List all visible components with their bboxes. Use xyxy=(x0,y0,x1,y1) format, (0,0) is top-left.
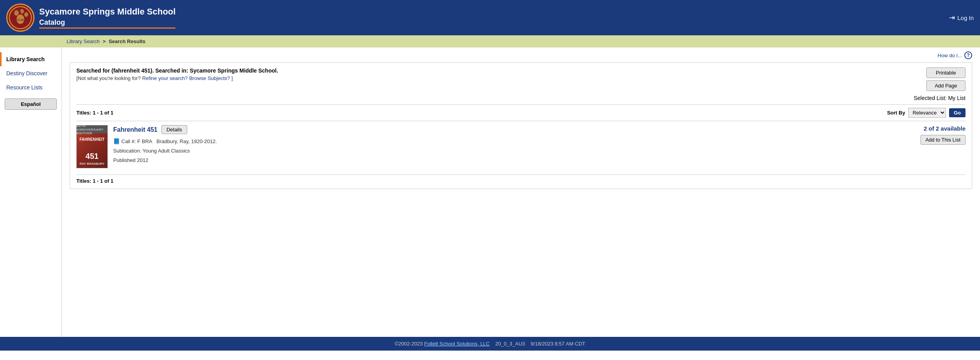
available-text: 2 of 2 available xyxy=(924,125,966,132)
breadcrumb-separator: > xyxy=(103,38,106,44)
book-result: 60TH ANNIVERSARY EDITION FAHRENHEIT 451 … xyxy=(76,121,966,172)
login-label: Log In xyxy=(957,15,974,21)
not-what-row: [Not what you're looking for? Refine you… xyxy=(76,75,914,81)
footer-copyright: ©2002-2023 xyxy=(395,341,423,347)
footer-version: 20_0_3_AU3 xyxy=(495,341,525,347)
book-cover: 60TH ANNIVERSARY EDITION FAHRENHEIT 451 … xyxy=(76,125,108,168)
refine-search-link[interactable]: Refine your search? xyxy=(142,75,188,81)
svg-text:CL&I: CL&I xyxy=(17,18,24,22)
sidebar-item-destiny-discover[interactable]: Destiny Discover xyxy=(0,66,61,80)
svg-point-3 xyxy=(24,12,28,17)
header-left: S CL&I Sycamore Springs Middle School Ca… xyxy=(6,4,175,32)
school-name: Sycamore Springs Middle School xyxy=(39,7,175,17)
book-sublocation: Sublocation: Young Adult Classics xyxy=(113,146,897,155)
results-box: Searched for (fahrenheit 451). Searched … xyxy=(70,62,972,189)
school-logo: S CL&I xyxy=(6,4,34,32)
footer-datetime: 9/18/2023 8:57 AM CDT xyxy=(531,341,585,347)
header-title-block: Sycamore Springs Middle School Catalog xyxy=(39,7,175,29)
catalog-label: Catalog xyxy=(39,18,175,29)
book-call-author-row: 📘 Call #: F BRA Bradbury, Ray, 1920-2012… xyxy=(113,136,897,146)
search-info: Searched for (fahrenheit 451). Searched … xyxy=(76,67,914,81)
svg-point-1 xyxy=(14,10,19,16)
browse-subjects-link[interactable]: Browse Subjects? xyxy=(189,75,230,81)
search-description: Searched for (fahrenheit 451). Searched … xyxy=(76,67,914,74)
bottom-titles-count: Titles: 1 - 1 of 1 xyxy=(76,175,966,184)
main-layout: Library Search Destiny Discover Resource… xyxy=(0,47,980,337)
book-call-number: Call #: F BRA xyxy=(121,137,152,146)
book-published: Published 2012 xyxy=(113,156,897,165)
sidebar-library-search-label: Library Search xyxy=(6,56,45,62)
sidebar-resource-lists-label: Resource Lists xyxy=(6,84,43,91)
how-do-i-link[interactable]: How do I... xyxy=(938,53,962,58)
sidebar: Library Search Destiny Discover Resource… xyxy=(0,47,62,337)
breadcrumb-current: Search Results xyxy=(108,38,145,44)
login-button[interactable]: ⇥ Log In xyxy=(949,13,974,22)
add-page-button[interactable]: Add Page xyxy=(926,80,966,91)
go-button[interactable]: Go xyxy=(949,108,966,117)
top-action-row: Searched for (fahrenheit 451). Searched … xyxy=(76,67,966,101)
sort-select[interactable]: Relevance Title Author Date xyxy=(908,108,946,118)
book-title-row: Fahrenheit 451 Details xyxy=(113,125,897,134)
book-cover-number: 451 xyxy=(77,152,107,161)
footer: ©2002-2023 Follett School Solutions, LLC… xyxy=(0,337,980,351)
selected-list-row: Selected List: My List xyxy=(914,95,966,101)
not-what-suffix: ] xyxy=(231,75,233,81)
help-circle-icon[interactable]: ? xyxy=(964,51,972,59)
header: S CL&I Sycamore Springs Middle School Ca… xyxy=(0,0,980,35)
top-buttons-area: Printable Add Page Selected List: My Lis… xyxy=(914,67,966,101)
book-info: Fahrenheit 451 Details 📘 Call #: F BRA B… xyxy=(113,125,897,165)
book-right: 2 of 2 available Add to This List xyxy=(903,125,966,145)
selected-list-label: Selected List: xyxy=(914,95,947,101)
book-cover-stripe: 60TH ANNIVERSARY EDITION xyxy=(77,125,107,133)
book-icon: 📘 xyxy=(113,136,120,146)
book-title-link[interactable]: Fahrenheit 451 xyxy=(113,126,157,133)
sidebar-item-resource-lists[interactable]: Resource Lists xyxy=(0,80,61,95)
top-buttons: Printable Add Page xyxy=(926,67,966,91)
content-area: How do I... ? Searched for (fahrenheit 4… xyxy=(62,47,980,337)
book-cover-title: FAHRENHEIT xyxy=(78,137,106,142)
details-button[interactable]: Details xyxy=(161,125,187,134)
svg-text:S: S xyxy=(19,11,22,15)
footer-company-link[interactable]: Follett School Solutions, LLC xyxy=(424,341,490,347)
breadcrumb-library-search-link[interactable]: Library Search xyxy=(67,38,100,44)
titles-count: Titles: 1 - 1 of 1 xyxy=(76,110,884,116)
login-icon: ⇥ xyxy=(949,13,955,22)
book-cover-author: RAY BRADBURY xyxy=(80,162,105,165)
breadcrumb-bar: Library Search > Search Results xyxy=(0,35,980,47)
sort-row: Titles: 1 - 1 of 1 Sort By Relevance Tit… xyxy=(76,104,966,118)
printable-button[interactable]: Printable xyxy=(926,67,966,78)
sidebar-destiny-discover-label: Destiny Discover xyxy=(6,70,47,76)
espanol-button[interactable]: Español xyxy=(5,98,57,110)
add-to-list-button[interactable]: Add to This List xyxy=(920,135,966,145)
not-what-prefix: [Not what you're looking for? xyxy=(76,75,141,81)
selected-list-value: My List xyxy=(948,95,966,101)
sort-by-label: Sort By xyxy=(887,110,905,116)
book-meta: 📘 Call #: F BRA Bradbury, Ray, 1920-2012… xyxy=(113,136,897,165)
book-author: Bradbury, Ray, 1920-2012. xyxy=(157,137,217,146)
sidebar-item-library-search[interactable]: Library Search xyxy=(0,52,61,66)
how-do-i-row: How do I... ? xyxy=(70,51,972,59)
